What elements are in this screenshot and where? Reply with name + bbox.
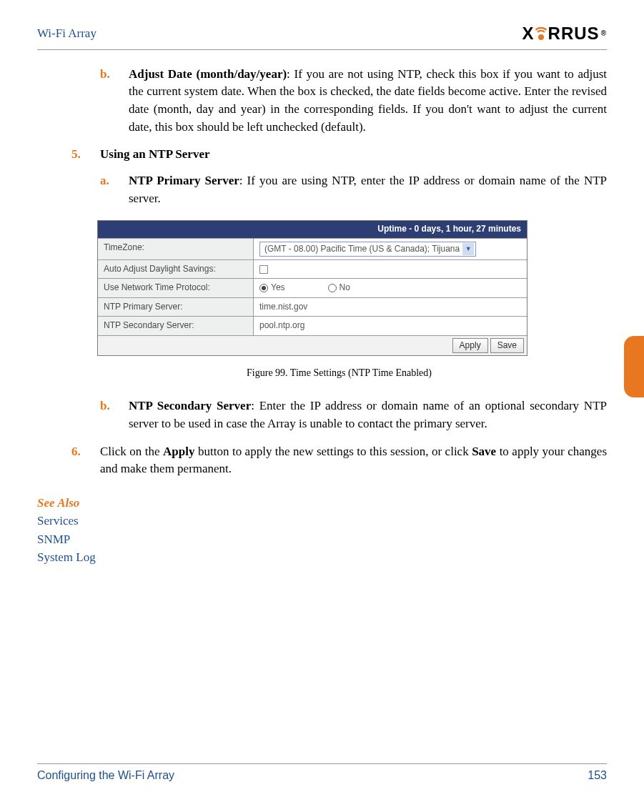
- figure-button-row: Apply Save: [98, 335, 527, 355]
- timezone-select[interactable]: (GMT - 08.00) Pacific Time (US & Canada)…: [259, 242, 476, 257]
- step-body: Using an NTP Server: [100, 146, 607, 164]
- see-also-title: See Also: [37, 494, 607, 513]
- list-step-6: 6. Click on the Apply button to apply th…: [71, 443, 607, 478]
- figure-label: NTP Secondary Server:: [98, 317, 254, 335]
- figure-row-ntp-secondary: NTP Secondary Server: pool.ntp.org: [98, 316, 527, 335]
- sub-item-term: NTP Secondary Server: [129, 399, 251, 412]
- see-also-link-snmp[interactable]: SNMP: [37, 530, 607, 549]
- step-marker: 6.: [71, 443, 100, 478]
- dst-checkbox[interactable]: [259, 265, 268, 274]
- see-also-link-services[interactable]: Services: [37, 512, 607, 530]
- ntp-no-radio[interactable]: [328, 284, 337, 292]
- step-marker: 5.: [71, 146, 100, 164]
- figure-label: Auto Adjust Daylight Savings:: [98, 260, 254, 278]
- figure-label: TimeZone:: [98, 239, 254, 259]
- figure-row-use-ntp: Use Network Time Protocol: Yes No: [98, 278, 527, 297]
- footer-page-number: 153: [588, 767, 607, 783]
- sub-item-body: NTP Secondary Server: Enter the IP addre…: [129, 397, 607, 432]
- figure-row-dst: Auto Adjust Daylight Savings:: [98, 259, 527, 278]
- list-sub-item-a-ntp-primary: a. NTP Primary Server: If you are using …: [100, 172, 607, 207]
- sub-item-term: Adjust Date (month/day/year): [129, 67, 287, 81]
- sub-item-marker: b.: [100, 397, 129, 432]
- figure-label: Use Network Time Protocol:: [98, 279, 254, 297]
- logo-antenna-icon: [535, 26, 548, 41]
- step-body: Click on the Apply button to apply the n…: [100, 443, 607, 478]
- ntp-yes-label: Yes: [271, 282, 285, 294]
- save-button[interactable]: Save: [490, 338, 524, 353]
- step6-save: Save: [472, 445, 496, 458]
- sub-item-body: NTP Primary Server: If you are using NTP…: [129, 172, 607, 207]
- page-footer: Configuring the Wi-Fi Array 153: [37, 763, 607, 783]
- sub-item-marker: b.: [100, 66, 129, 137]
- sub-item-term: NTP Primary Server: [129, 174, 239, 187]
- figure-99: Uptime - 0 days, 1 hour, 27 minutes Time…: [97, 220, 607, 380]
- ntp-secondary-input[interactable]: pool.ntp.org: [259, 320, 304, 332]
- step6-pre: Click on the: [100, 445, 163, 458]
- timezone-select-value: (GMT - 08.00) Pacific Time (US & Canada)…: [264, 244, 460, 254]
- ntp-yes-radio[interactable]: [259, 284, 268, 292]
- chevron-down-icon: ▼: [462, 243, 474, 255]
- apply-button[interactable]: Apply: [452, 338, 488, 353]
- list-step-5: 5. Using an NTP Server: [71, 146, 607, 164]
- sub-item-body: Adjust Date (month/day/year): If you are…: [129, 66, 607, 137]
- svg-point-0: [538, 34, 544, 40]
- footer-section-title: Configuring the Wi-Fi Array: [37, 767, 174, 783]
- step6-apply: Apply: [163, 445, 194, 458]
- list-sub-item-b-adjust-date: b. Adjust Date (month/day/year): If you …: [100, 66, 607, 137]
- step-title: Using an NTP Server: [100, 147, 209, 161]
- header-title: Wi-Fi Array: [37, 25, 96, 43]
- figure-label: NTP Primary Server:: [98, 298, 254, 316]
- figure-row-ntp-primary: NTP Primary Server: time.nist.gov: [98, 297, 527, 316]
- ntp-no-label: No: [340, 282, 350, 294]
- see-also-section: See Also Services SNMP System Log: [37, 494, 607, 567]
- figure-caption: Figure 99. Time Settings (NTP Time Enabl…: [71, 366, 607, 380]
- ntp-primary-input[interactable]: time.nist.gov: [259, 301, 307, 313]
- brand-logo: X RRUS®: [522, 21, 607, 46]
- list-sub-item-b-ntp-secondary: b. NTP Secondary Server: Enter the IP ad…: [100, 397, 607, 432]
- figure-row-timezone: TimeZone: (GMT - 08.00) Pacific Time (US…: [98, 238, 527, 259]
- sub-item-marker: a.: [100, 172, 129, 207]
- figure-uptime-bar: Uptime - 0 days, 1 hour, 27 minutes: [98, 221, 527, 237]
- page-header: Wi-Fi Array X RRUS®: [37, 21, 607, 50]
- see-also-link-system-log[interactable]: System Log: [37, 548, 607, 567]
- step6-mid: button to apply the new settings to this…: [194, 445, 472, 458]
